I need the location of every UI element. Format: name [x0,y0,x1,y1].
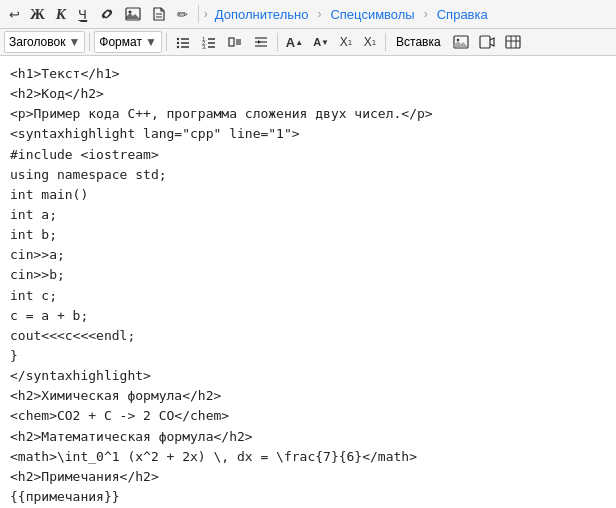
superscript-button[interactable]: X1 [335,31,357,53]
arrow2: › [317,7,321,21]
editor-line: {{примечания}} [10,487,606,507]
editor-line: int main() [10,185,606,205]
font-up-button[interactable]: A▲ [282,31,307,53]
specials-link[interactable]: Спецсимволы [325,5,419,24]
svg-rect-25 [480,36,490,48]
heading-label: Заголовок [9,35,65,49]
editor-line: </syntaxhighlight> [10,366,606,386]
help-link[interactable]: Справка [432,5,493,24]
svg-rect-26 [506,36,520,48]
sep2b [166,33,167,51]
svg-point-8 [177,46,179,48]
font-dn-button[interactable]: A▼ [309,31,333,53]
bold-button[interactable]: Ж [26,3,49,25]
editor-line: cin>>a; [10,245,606,265]
svg-text:3.: 3. [202,44,207,50]
format-label: Формат [99,35,142,49]
editor-line: int a; [10,205,606,225]
undo-button[interactable]: ↩ [4,3,24,25]
editor-line: <math>\int_0^1 (x^2 + 2x) \, dx = \frac{… [10,447,606,467]
editor-line: } [10,346,606,366]
editor-line: <h2>Математическая формула</h2> [10,427,606,447]
editor-line: <chem>CO2 + C -> 2 CO</chem> [10,406,606,426]
sep2d [385,33,386,51]
indent-button[interactable] [249,31,273,53]
svg-rect-16 [229,38,234,46]
editor-line: int c; [10,286,606,306]
svg-point-6 [177,42,179,44]
file-button[interactable] [147,3,171,25]
indent-special-button[interactable] [223,31,247,53]
arrow3: › [424,7,428,21]
svg-point-4 [177,38,179,40]
insert-image-button[interactable] [449,31,473,53]
editor-line: <syntaxhighlight lang="cpp" line="1"> [10,124,606,144]
toolbar-row2: Заголовок ▼ Формат ▼ 1.2.3. A▲ A▼ X1 X1 … [0,29,616,56]
subscript-button[interactable]: X1 [359,31,381,53]
editor-line: int b; [10,225,606,245]
pencil-button[interactable]: ✏ [173,3,193,25]
link-button[interactable] [95,3,119,25]
editor-line: <h2>Примечания</h2> [10,467,606,487]
editor-line: using namespace std; [10,165,606,185]
heading-chevron: ▼ [68,35,80,49]
editor-line: <h2>Код</h2> [10,84,606,104]
sep2a [89,33,90,51]
italic-button[interactable]: К [51,3,71,25]
insert-media-button[interactable] [475,31,499,53]
editor-line: c = a + b; [10,306,606,326]
editor-line: <p>Пример кода С++, программа сложения д… [10,104,606,124]
insert-table-button[interactable] [501,31,525,53]
editor-line: <h1>Текст</h1> [10,64,606,84]
image-button[interactable] [121,3,145,25]
separator-arrow: › [204,7,208,21]
format-chevron: ▼ [145,35,157,49]
ul-button[interactable] [171,31,195,53]
editor-line: cout<<<c<<<endl; [10,326,606,346]
editor-area[interactable]: <h1>Текст</h1><h2>Код</h2><p>Пример кода… [0,56,616,508]
editor-line: cin>>b; [10,265,606,285]
format-select[interactable]: Формат ▼ [94,31,162,53]
editor-line: #include <iostream> [10,145,606,165]
insert-label-button[interactable]: Вставка [390,31,447,53]
svg-point-24 [456,39,459,42]
ol-button[interactable]: 1.2.3. [197,31,221,53]
toolbar1-separator [198,5,199,23]
toolbar-row1: ↩ Ж К Ч̲ ✏ › Дополнительно › Спецсимволы… [0,0,616,29]
underline-link-button[interactable]: Ч̲ [73,3,93,25]
editor-line: <h2>Химическая формула</h2> [10,386,606,406]
heading-select[interactable]: Заголовок ▼ [4,31,85,53]
additional-link[interactable]: Дополнительно [210,5,314,24]
sep2c [277,33,278,51]
